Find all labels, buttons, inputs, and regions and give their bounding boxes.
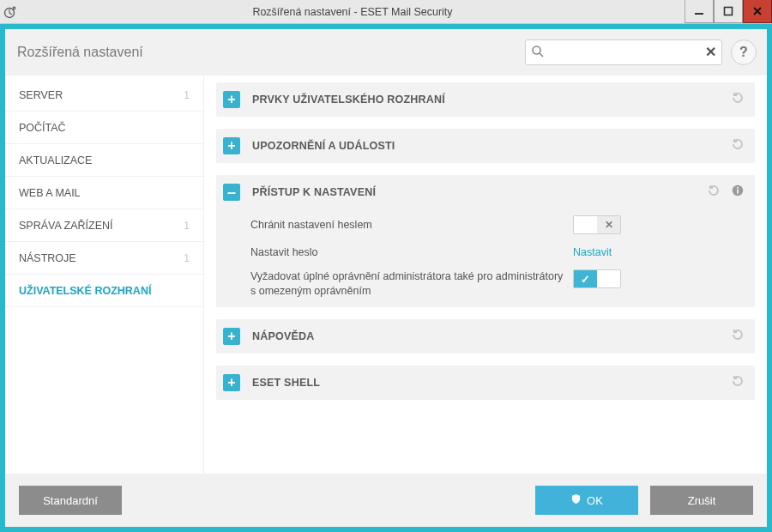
sidebar-item-computer[interactable]: POČÍTAČ	[5, 112, 203, 144]
sidebar-item-label: NÁSTROJE	[19, 252, 76, 264]
sidebar-item-label: SPRÁVA ZAŘÍZENÍ	[19, 220, 113, 232]
panel-title: UPOZORNĚNÍ A UDÁLOSTI	[252, 140, 731, 152]
titlebar: Rozšířená nastavení - ESET Mail Security	[0, 0, 772, 24]
ok-button[interactable]: OK	[535, 486, 638, 515]
collapse-icon[interactable]	[223, 184, 240, 201]
search-clear-icon[interactable]: ✕	[705, 44, 716, 60]
sidebar-item-label: AKTUALIZACE	[19, 154, 92, 166]
panel-title: PRVKY UŽIVATELSKÉHO ROZHRANÍ	[252, 94, 731, 106]
panel-header[interactable]: NÁPOVĚDA	[216, 319, 755, 354]
sidebar-badge: 1	[184, 220, 190, 232]
content: PRVKY UŽIVATELSKÉHO ROZHRANÍ UPOZORNĚNÍ …	[204, 76, 767, 474]
reset-icon[interactable]	[731, 328, 745, 345]
sidebar-item-web-mail[interactable]: WEB A MAIL	[5, 177, 203, 209]
panel-title: ESET SHELL	[252, 377, 731, 389]
row-protect-password: Chránit nastavení heslem	[250, 211, 745, 239]
svg-point-4	[533, 46, 540, 54]
ok-label: OK	[587, 494, 603, 507]
header: Rozšířená nastavení ✕ ?	[5, 29, 767, 76]
panel-help: NÁPOVĚDA	[216, 319, 755, 354]
row-set-password: Nastavit heslo Nastavit	[250, 239, 745, 266]
reset-icon[interactable]	[707, 184, 721, 201]
setting-label: Vyžadovat úplné oprávnění administrátora…	[250, 269, 573, 299]
expand-icon[interactable]	[223, 137, 240, 154]
search-input[interactable]	[525, 39, 722, 65]
panel-header[interactable]: UPOZORNĚNÍ A UDÁLOSTI	[216, 129, 755, 163]
close-button[interactable]	[743, 0, 772, 23]
sidebar-item-label: SERVER	[19, 89, 63, 101]
link-set-password[interactable]: Nastavit	[573, 246, 612, 258]
svg-point-1	[13, 7, 15, 9]
panel-header[interactable]: ESET SHELL	[216, 366, 755, 400]
expand-icon[interactable]	[223, 91, 240, 108]
sidebar-item-tools[interactable]: NÁSTROJE 1	[5, 242, 203, 275]
sidebar-item-update[interactable]: AKTUALIZACE	[5, 144, 203, 177]
svg-rect-2	[695, 13, 703, 15]
expand-icon[interactable]	[223, 374, 240, 391]
svg-rect-3	[725, 8, 733, 15]
sidebar-item-label: UŽIVATELSKÉ ROZHRANÍ	[19, 285, 151, 297]
sidebar-item-device-mgmt[interactable]: SPRÁVA ZAŘÍZENÍ 1	[5, 209, 203, 242]
window-controls	[685, 0, 772, 23]
row-require-admin: Vyžadovat úplné oprávnění administrátora…	[250, 266, 745, 299]
search-icon	[531, 45, 545, 62]
setting-label: Chránit nastavení heslem	[250, 219, 573, 231]
reset-icon[interactable]	[731, 137, 745, 154]
app-icon	[0, 0, 21, 24]
sidebar-item-user-interface[interactable]: UŽIVATELSKÉ ROZHRANÍ	[5, 275, 203, 307]
cancel-button[interactable]: Zrušit	[650, 486, 753, 515]
reset-icon[interactable]	[731, 374, 745, 391]
help-button[interactable]: ?	[731, 39, 757, 65]
setting-label: Nastavit heslo	[250, 246, 573, 258]
sidebar-item-label: POČÍTAČ	[19, 122, 66, 134]
toggle-require-admin[interactable]	[573, 269, 621, 288]
sidebar-badge: 1	[184, 252, 190, 264]
sidebar-badge: 1	[184, 89, 190, 101]
toggle-protect-password[interactable]	[573, 215, 621, 234]
search-wrap: ✕	[525, 39, 722, 65]
body: SERVER 1 POČÍTAČ AKTUALIZACE WEB A MAIL …	[5, 76, 767, 474]
page-title: Rozšířená nastavení	[17, 45, 516, 60]
svg-rect-7	[737, 190, 739, 194]
info-icon[interactable]	[731, 184, 745, 201]
expand-icon[interactable]	[223, 328, 240, 345]
reset-icon[interactable]	[731, 91, 745, 108]
panel-alerts: UPOZORNĚNÍ A UDÁLOSTI	[216, 129, 755, 163]
panel-header[interactable]: PRVKY UŽIVATELSKÉHO ROZHRANÍ	[216, 82, 755, 117]
maximize-button[interactable]	[714, 0, 743, 23]
footer: Standardní OK Zrušit	[5, 474, 767, 527]
app-frame: Rozšířená nastavení ✕ ? SERVER 1 POČÍTAČ…	[0, 24, 772, 532]
panel-header[interactable]: PŘÍSTUP K NASTAVENÍ	[216, 175, 755, 209]
sidebar: SERVER 1 POČÍTAČ AKTUALIZACE WEB A MAIL …	[5, 76, 204, 474]
panel-body: Chránit nastavení heslem Nastavit heslo …	[216, 209, 755, 307]
window-title: Rozšířená nastavení - ESET Mail Security	[21, 6, 685, 18]
shield-icon	[570, 493, 582, 507]
sidebar-item-label: WEB A MAIL	[19, 187, 81, 199]
minimize-button[interactable]	[685, 0, 714, 23]
panel-ui-elements: PRVKY UŽIVATELSKÉHO ROZHRANÍ	[216, 82, 755, 117]
svg-rect-8	[737, 187, 739, 189]
panel-access-setup: PŘÍSTUP K NASTAVENÍ Chránit nastavení he…	[216, 175, 755, 307]
default-button[interactable]: Standardní	[19, 486, 122, 515]
svg-line-5	[540, 53, 543, 57]
sidebar-item-server[interactable]: SERVER 1	[5, 79, 203, 112]
panel-eset-shell: ESET SHELL	[216, 366, 755, 400]
panel-title: NÁPOVĚDA	[252, 330, 731, 342]
panel-title: PŘÍSTUP K NASTAVENÍ	[252, 186, 707, 198]
